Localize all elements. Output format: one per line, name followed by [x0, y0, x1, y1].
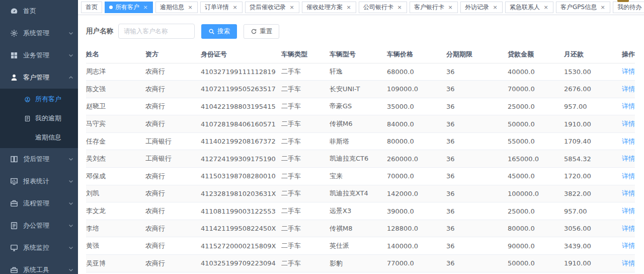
tab-label: 客户银行卡	[414, 3, 444, 12]
sidebar-item-office-mgmt[interactable]: 办公管理	[0, 215, 78, 237]
column-header: 车辆类型	[281, 46, 330, 63]
sidebar-item-business-mgmt[interactable]: 业务管理	[0, 44, 78, 66]
table-cell: 45000.0	[508, 168, 564, 185]
sidebar-subitem-label: 逾期信息	[35, 133, 61, 142]
table-cell: 50000.0	[508, 272, 564, 274]
briefcase-icon	[10, 199, 18, 208]
table-cell: 农商行	[145, 202, 201, 220]
tab-label: 公司银行卡	[363, 3, 393, 12]
table-cell: 25000.0	[508, 98, 564, 115]
close-icon[interactable]: ×	[396, 5, 403, 11]
table-cell: 410422198803195415	[201, 98, 281, 115]
close-icon[interactable]: ×	[600, 5, 606, 11]
detail-link[interactable]: 详情	[622, 259, 635, 267]
chevron-down-icon	[68, 245, 74, 251]
toolbox-icon	[10, 266, 18, 274]
table-cell: 1910.00	[564, 272, 614, 274]
detail-link[interactable]: 详情	[622, 189, 635, 197]
table-cell: 轩逸	[330, 63, 387, 81]
tab-所有客户[interactable]: 所有客户×	[105, 2, 153, 13]
search-bar: 用户名称 搜索 重置	[86, 23, 635, 39]
detail-link[interactable]: 详情	[622, 85, 635, 93]
sidebar-item-process-mgmt[interactable]: 流程管理	[0, 192, 78, 215]
tab-外访记录[interactable]: 外访记录×	[460, 2, 503, 13]
sidebar-subitem-all-customers[interactable]: 所有客户	[0, 90, 78, 109]
detail-link[interactable]: 详情	[622, 172, 635, 180]
detail-link[interactable]: 详情	[622, 138, 635, 145]
sidebar-subitem-my-overdue[interactable]: 我的逾期	[0, 109, 78, 128]
table-cell: 411402199208167372	[201, 132, 281, 150]
column-header: 操作	[614, 46, 635, 63]
tab-label: 我的待办	[617, 3, 641, 12]
table-cell: 农商行	[145, 81, 201, 98]
sidebar-item-label: 贷后管理	[23, 155, 68, 164]
reset-button[interactable]: 重置	[244, 24, 279, 39]
column-header: 月还款	[564, 46, 614, 63]
detail-link[interactable]: 详情	[622, 67, 635, 75]
chevron-down-icon	[68, 178, 74, 184]
detail-link[interactable]: 详情	[622, 207, 635, 215]
tab-label: 所有客户	[115, 3, 139, 12]
table-cell: 128800.0	[387, 220, 446, 237]
table-cell: 25000.0	[508, 202, 564, 220]
table-cell: 工商银行	[145, 132, 201, 150]
close-icon[interactable]: ×	[187, 5, 193, 11]
table-cell: 77000.0	[387, 255, 446, 272]
chart-icon	[10, 177, 18, 185]
sidebar-item-system-mgmt[interactable]: 系统管理	[0, 22, 78, 44]
search-button[interactable]: 搜索	[201, 24, 237, 39]
table-cell: 36	[446, 98, 508, 115]
sidebar-item-postloan-mgmt[interactable]: 贷后管理	[0, 148, 78, 170]
search-input[interactable]	[118, 24, 195, 39]
table-cell-action: 详情	[614, 272, 635, 274]
table-cell: 二手车	[281, 150, 330, 168]
table-cell: 88000.0	[387, 272, 446, 274]
sidebar-item-system-tools[interactable]: 系统工具	[0, 259, 78, 274]
tab-订单详情[interactable]: 订单详情×	[200, 2, 243, 13]
table-cell: 142000.0	[387, 185, 446, 202]
close-icon[interactable]: ×	[289, 5, 295, 11]
sidebar-item-report-stats[interactable]: 报表统计	[0, 170, 78, 192]
tab-客户银行卡[interactable]: 客户银行卡×	[410, 2, 458, 13]
close-icon[interactable]: ×	[346, 5, 352, 11]
sidebar-item-customer-mgmt[interactable]: 客户管理	[0, 66, 78, 89]
table-cell: 36	[446, 237, 508, 255]
detail-link[interactable]: 详情	[622, 102, 635, 110]
chevron-down-icon	[68, 267, 74, 273]
close-icon[interactable]: ×	[232, 5, 238, 11]
table-cell: 36	[446, 115, 508, 133]
table-cell-action: 详情	[614, 150, 635, 168]
table-cell: 36	[446, 220, 508, 237]
table-cell: 36	[446, 202, 508, 220]
close-icon[interactable]: ×	[492, 5, 498, 11]
tab-公司银行卡[interactable]: 公司银行卡×	[359, 2, 407, 13]
detail-link[interactable]: 详情	[622, 242, 635, 249]
tab-首页[interactable]: 首页	[81, 2, 102, 13]
column-header: 资方	[145, 46, 201, 63]
active-tab-dot-icon	[109, 6, 113, 9]
table-cell: 工商银行	[145, 150, 201, 168]
tab-贷后催收记录[interactable]: 贷后催收记录×	[245, 2, 299, 13]
close-icon[interactable]: ×	[543, 5, 549, 11]
tab-逾期信息[interactable]: 逾期信息×	[155, 2, 198, 13]
tab-我的待办[interactable]: 我的待办×	[613, 2, 644, 13]
sidebar-item-system-monitor[interactable]: 系统监控	[0, 237, 78, 259]
table-cell: 36	[446, 185, 508, 202]
table-cell: 109000.0	[387, 81, 446, 98]
sidebar-item-label: 首页	[23, 7, 74, 16]
sidebar-item-home[interactable]: 首页	[0, 0, 78, 22]
detail-link[interactable]: 详情	[622, 155, 635, 162]
detail-link[interactable]: 详情	[622, 225, 635, 232]
table-cell: 55000.0	[508, 132, 564, 150]
sidebar-subitem-overdue-info[interactable]: 逾期信息	[0, 128, 78, 147]
monitor-icon	[10, 244, 18, 252]
table-cell: 马守宾	[86, 115, 145, 133]
tab-催收处理方案[interactable]: 催收处理方案×	[302, 2, 356, 13]
table-cell: 50000.0	[508, 115, 564, 133]
tab-客户GPS信息[interactable]: 客户GPS信息×	[556, 2, 610, 13]
close-icon[interactable]: ×	[142, 5, 148, 11]
detail-link[interactable]: 详情	[622, 120, 635, 127]
close-icon[interactable]: ×	[447, 5, 453, 11]
tab-紧急联系人[interactable]: 紧急联系人×	[505, 2, 553, 13]
avatar[interactable]	[617, 0, 629, 2]
